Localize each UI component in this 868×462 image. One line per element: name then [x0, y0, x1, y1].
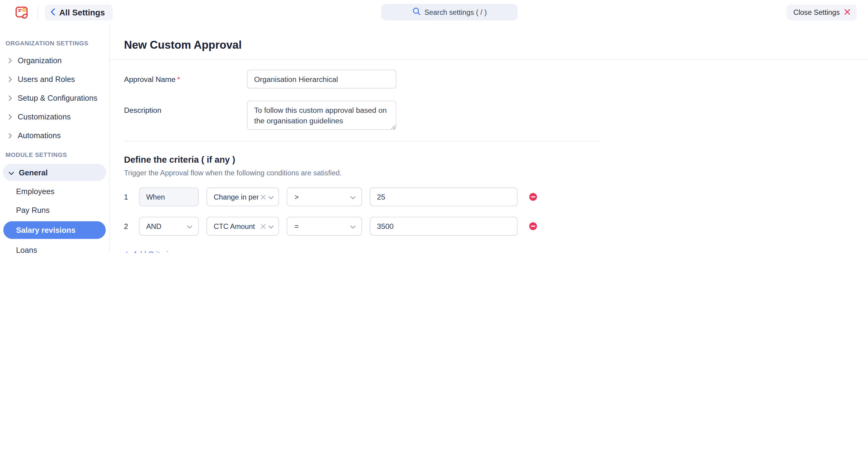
search-placeholder-text: Search settings ( / ): [424, 8, 487, 16]
search-settings-input[interactable]: Search settings ( / ): [381, 4, 518, 21]
remove-criteria-icon[interactable]: [529, 222, 537, 230]
plus-icon: +: [124, 251, 129, 253]
criteria-row-1: 1 When Change in perc... >: [124, 188, 601, 206]
required-asterisk: *: [177, 75, 180, 84]
criteria-field-select[interactable]: Change in perc...: [207, 188, 279, 206]
approval-name-label: Approval Name*: [124, 70, 247, 88]
criteria-connector-static: When: [139, 188, 199, 206]
description-label: Description: [124, 101, 247, 130]
main-content: New Custom Approval Approval Name* Descr…: [110, 24, 868, 253]
chevron-down-icon: [350, 222, 356, 230]
top-bar: All Settings Search settings ( / ) Close…: [0, 0, 868, 24]
chevron-down-icon: [186, 222, 192, 230]
sidebar-item-users-and-roles[interactable]: Users and Roles: [0, 70, 109, 88]
clear-icon[interactable]: [260, 193, 266, 201]
chevron-down-icon: [268, 193, 274, 201]
sidebar-item-setup-configurations[interactable]: Setup & Configurations: [0, 89, 109, 107]
search-icon: [412, 7, 421, 17]
add-criteria-link[interactable]: + Add Criteria: [124, 250, 173, 253]
chevron-right-icon: [8, 114, 13, 120]
back-chevron-icon: [50, 7, 55, 17]
criteria-row-2: 2 AND CTC Amount =: [124, 217, 601, 235]
remove-criteria-icon[interactable]: [529, 193, 537, 201]
criteria-connector-select[interactable]: AND: [139, 217, 199, 235]
criteria-value-field[interactable]: [370, 188, 518, 206]
section-title-organization-settings: ORGANIZATION SETTINGS: [0, 33, 109, 51]
sidebar-item-label: Employees: [16, 187, 55, 196]
sidebar-item-general[interactable]: General: [3, 164, 106, 181]
approval-name-row: Approval Name*: [124, 70, 601, 88]
sidebar-item-label: Automations: [18, 131, 61, 140]
chevron-down-icon: [268, 222, 274, 230]
sidebar-item-organization[interactable]: Organization: [0, 51, 109, 70]
sidebar-item-pay-runs[interactable]: Pay Runs: [0, 201, 109, 220]
header-divider: [37, 6, 38, 18]
description-field[interactable]: To follow this custom approval based on …: [247, 101, 397, 130]
settings-sidebar: ORGANIZATION SETTINGS Organization Users…: [0, 24, 110, 253]
chevron-right-icon: [8, 57, 13, 63]
clear-icon[interactable]: [260, 222, 266, 230]
chevron-down-icon: [8, 168, 14, 176]
sidebar-item-label: Customizations: [18, 112, 71, 121]
divider: [110, 59, 868, 60]
sidebar-item-label: General: [19, 168, 48, 176]
sidebar-item-label: Users and Roles: [18, 75, 75, 84]
divider: [124, 141, 601, 141]
sidebar-item-loans[interactable]: Loans: [0, 241, 109, 253]
all-settings-back-button[interactable]: All Settings: [45, 4, 113, 20]
chevron-right-icon: [8, 132, 13, 138]
settings-window: All Settings Search settings ( / ) Close…: [0, 0, 868, 253]
page-title: New Custom Approval: [124, 39, 868, 52]
sidebar-item-customizations[interactable]: Customizations: [0, 107, 109, 126]
criteria-heading: Define the criteria ( if any ): [124, 155, 601, 165]
sidebar-item-label: Organization: [18, 56, 62, 65]
criteria-subheading: Trigger the Approval flow when the follo…: [124, 169, 601, 177]
chevron-down-icon: [350, 193, 356, 201]
description-row: Description To follow this custom approv…: [124, 101, 601, 130]
sidebar-item-salary-revisions[interactable]: Salary revisions: [3, 221, 105, 239]
back-button-label: All Settings: [59, 7, 105, 17]
criteria-value-field[interactable]: [370, 217, 518, 235]
chevron-right-icon: [8, 76, 13, 82]
sidebar-item-label: Pay Runs: [16, 206, 50, 214]
payroll-app-logo-icon[interactable]: [13, 4, 30, 21]
criteria-operator-select[interactable]: =: [287, 217, 362, 235]
sidebar-item-automations[interactable]: Automations: [0, 126, 109, 145]
sidebar-item-label: Salary revisions: [16, 226, 75, 234]
criteria-row-number: 2: [124, 222, 139, 230]
sidebar-item-employees[interactable]: Employees: [0, 182, 109, 201]
custom-approval-form: Approval Name* Description To follow thi…: [124, 70, 601, 253]
chevron-right-icon: [8, 95, 13, 101]
sidebar-item-label: Setup & Configurations: [18, 93, 97, 102]
approval-name-field[interactable]: [247, 70, 397, 88]
criteria-field-select[interactable]: CTC Amount: [207, 217, 279, 235]
close-settings-button[interactable]: Close Settings: [786, 4, 857, 20]
criteria-row-number: 1: [124, 193, 139, 201]
close-settings-label: Close Settings: [793, 8, 840, 16]
section-title-module-settings: MODULE SETTINGS: [0, 145, 109, 163]
close-icon: [844, 8, 850, 16]
sidebar-item-label: Loans: [16, 245, 37, 253]
criteria-operator-select[interactable]: >: [287, 188, 362, 206]
